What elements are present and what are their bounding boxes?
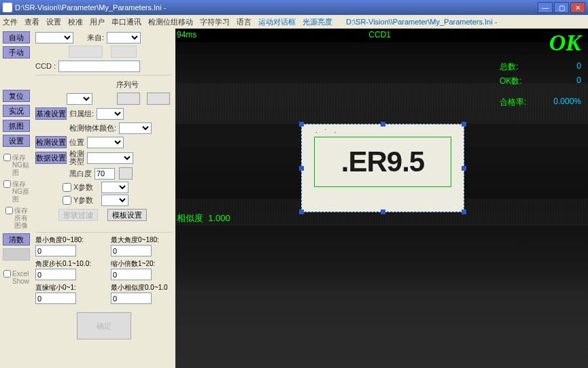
minsim-label: 最小相似度0.0~1.0 — [111, 283, 173, 292]
pos-label: 位置 — [69, 137, 84, 148]
roi-handle-icon[interactable] — [299, 210, 304, 214]
ccd-input[interactable] — [58, 61, 140, 72]
yparam-check[interactable] — [63, 196, 71, 205]
manual-button[interactable]: 手动 — [3, 46, 30, 58]
window-titlebar: D:\SR-Vision\\Parameter\My_Parameters.In… — [0, 0, 588, 15]
attr-label: 归属组: — [69, 109, 94, 119]
minsim-input[interactable] — [111, 292, 152, 304]
shape-filter-button[interactable]: 形状过滤 — [58, 209, 98, 221]
menu-move[interactable]: 检测位组移动 — [148, 17, 193, 27]
noise-marks: · ˙ · — [315, 129, 339, 136]
camera-select[interactable]: 相机一 ▾ — [35, 32, 73, 44]
menu-view[interactable]: 查看 — [24, 17, 39, 27]
pos-select[interactable]: 下面 ▾ — [87, 137, 124, 148]
source-label: 来自: — [87, 33, 104, 43]
angstep-label: 角度步长0.1~10.0: — [35, 259, 97, 269]
menu-motion[interactable]: 运动对话框 — [258, 17, 296, 27]
detect-type-select[interactable]: 灰度匹配 — [87, 152, 133, 164]
settings-panel: 相机一 ▾ 来自: 相机 ▾ CCD : 序列号 1 基准设置 — [33, 29, 175, 368]
panel-btn-b[interactable] — [111, 46, 137, 58]
edgeshrink-input[interactable] — [35, 292, 76, 304]
ok-label: OK数: — [500, 76, 522, 87]
menu-calib[interactable]: 校准 — [68, 17, 83, 27]
color-label: 检测物体颜色: — [69, 123, 116, 133]
minang-label: 最小角度0~180: — [35, 235, 97, 245]
scalestep-input[interactable] — [111, 269, 152, 280]
close-button[interactable]: ✕ — [570, 2, 585, 13]
roi-handle-icon[interactable] — [462, 210, 466, 214]
camera-viewport: · ˙ · .ER9.5 94ms CCD1 OK 总数:0 OK数:0 合格率… — [175, 29, 588, 368]
left-toolbar: 自动 手动 复位 实况 抓图 设置 保存 NG贴 图 保存 NG原 图 保存 所… — [0, 29, 33, 368]
bw-button[interactable] — [119, 167, 133, 180]
ccd-label: CCD : — [35, 62, 56, 70]
roi-handle-icon[interactable] — [299, 122, 304, 127]
angstep-input[interactable] — [35, 269, 76, 280]
maximize-button[interactable]: ▢ — [554, 2, 569, 13]
rate-value: 0.000% — [553, 97, 581, 108]
roi-handle-icon[interactable] — [381, 210, 385, 214]
roi-handle-icon[interactable] — [299, 166, 304, 171]
timing-readout: 94ms — [177, 30, 196, 39]
live-button[interactable]: 实况 — [3, 105, 30, 117]
grab-button[interactable]: 抓图 — [3, 120, 30, 132]
window-title: D:\SR-Vision\\Parameter\My_Parameters.In… — [15, 3, 166, 12]
menu-light[interactable]: 光源亮度 — [302, 17, 332, 27]
serial-label: 序列号 — [116, 80, 139, 90]
serial-btn-b[interactable] — [147, 93, 170, 105]
scalestep-label: 缩小倍数1~20: — [111, 259, 173, 269]
menu-serial[interactable]: 串口通讯 — [111, 17, 141, 27]
save-ng-check[interactable]: 保存 NG贴 图 — [3, 154, 29, 176]
roi-handle-icon[interactable] — [381, 122, 385, 127]
rate-label: 合格率: — [500, 97, 526, 108]
edgeshrink-label: 直缘缩小0~1: — [35, 283, 97, 292]
clear-button[interactable]: 清数 — [3, 233, 30, 246]
panel-btn-a[interactable] — [69, 46, 103, 58]
roi-handle-icon[interactable] — [462, 122, 466, 127]
total-value: 0 — [576, 61, 581, 73]
source-select[interactable]: 相机 ▾ — [107, 32, 141, 44]
ccd-readout: CCD1 — [368, 30, 391, 39]
ocr-text: .ER9.5 — [314, 137, 451, 187]
menu-lang[interactable]: 语言 — [237, 17, 252, 27]
serial-btn-a[interactable] — [117, 93, 140, 105]
save-all-check[interactable]: 保存 所有 图像 — [5, 207, 28, 229]
attr-select[interactable]: 1 — [97, 108, 124, 120]
roi-handle-icon[interactable] — [462, 166, 466, 171]
excel-show-check[interactable]: Excel Show — [3, 270, 29, 285]
menu-user[interactable]: 用户 — [90, 17, 105, 27]
total-label: 总数: — [500, 61, 518, 73]
base-set-button[interactable]: 基准设置 — [35, 107, 67, 120]
serial-select[interactable]: 1 — [67, 93, 92, 105]
bw-input[interactable] — [94, 168, 115, 180]
menu-path: D:\SR-Vision\\Parameter\My_Parameters.In… — [346, 18, 497, 26]
xparam-check[interactable] — [63, 183, 71, 192]
color-select[interactable]: 黑色 ▾ — [119, 122, 152, 134]
ok-value: 0 — [576, 76, 581, 87]
menu-charlearn[interactable]: 字符学习 — [200, 17, 230, 27]
maxang-input[interactable] — [111, 245, 152, 256]
disabled-button — [3, 248, 30, 261]
confirm-button[interactable]: 确定 — [77, 312, 131, 339]
bw-label: 黑白度 — [69, 169, 92, 179]
app-icon — [3, 3, 12, 12]
yparam-select[interactable] — [101, 195, 128, 206]
menu-bar: 文件 查看 设置 校准 用户 串口通讯 检测位组移动 字符学习 语言 运动对话框… — [0, 15, 588, 29]
setting-button[interactable]: 设置 — [3, 135, 30, 147]
minimize-button[interactable]: — — [538, 2, 553, 13]
detect-set-button[interactable]: 检测设置 — [35, 136, 67, 148]
menu-file[interactable]: 文件 — [3, 17, 18, 27]
template-set-button[interactable]: 模板设置 — [107, 209, 147, 221]
maxang-label: 最大角度0~180: — [111, 235, 173, 245]
status-ok: OK — [549, 30, 581, 56]
menu-config[interactable]: 设置 — [46, 17, 61, 27]
xparam-select[interactable] — [101, 182, 128, 193]
auto-button[interactable]: 自动 — [3, 31, 30, 44]
save-ng-orig-check[interactable]: 保存 NG原 图 — [3, 180, 29, 203]
minang-input[interactable] — [35, 245, 76, 256]
stats-panel: 总数:0 OK数:0 合格率:0.000% — [500, 61, 581, 111]
reset-button[interactable]: 复位 — [3, 90, 30, 102]
similarity-readout: 相似度 1.000 — [177, 212, 230, 224]
data-set-button[interactable]: 数据设置 — [35, 152, 67, 164]
detect-type-label: 检测 类型 — [69, 150, 84, 165]
roi-box[interactable]: · ˙ · .ER9.5 — [301, 124, 464, 212]
